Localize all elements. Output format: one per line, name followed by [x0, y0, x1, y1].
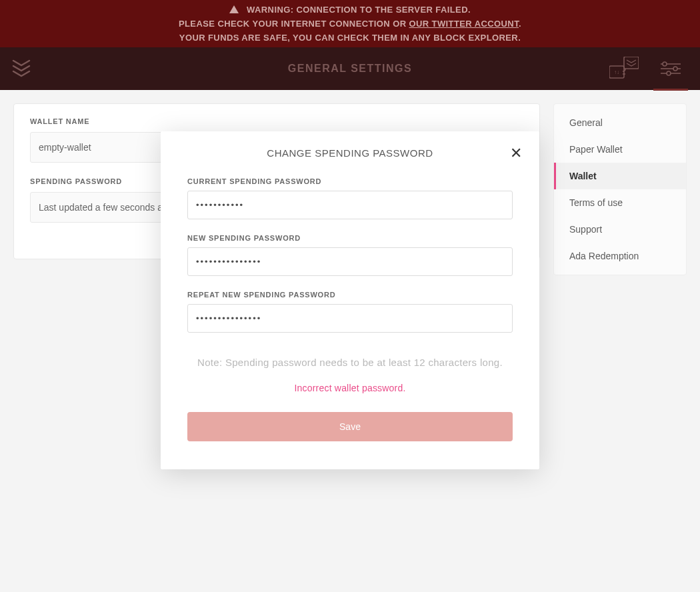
save-button[interactable]: Save — [187, 412, 513, 441]
repeat-password-label: REPEAT NEW SPENDING PASSWORD — [187, 291, 513, 299]
modal-backdrop: ✕ CHANGE SPENDING PASSWORD CURRENT SPEND… — [0, 0, 700, 592]
repeat-password-input[interactable] — [187, 304, 513, 333]
close-icon[interactable]: ✕ — [510, 146, 522, 161]
error-message: Incorrect wallet password. — [187, 383, 513, 393]
modal-title: CHANGE SPENDING PASSWORD — [187, 147, 513, 159]
new-password-input[interactable] — [187, 247, 513, 276]
new-password-label: NEW SPENDING PASSWORD — [187, 234, 513, 242]
current-password-input[interactable] — [187, 191, 513, 219]
password-note: Note: Spending password needs to be at l… — [187, 357, 513, 368]
current-password-label: CURRENT SPENDING PASSWORD — [187, 177, 513, 185]
change-spending-password-modal: ✕ CHANGE SPENDING PASSWORD CURRENT SPEND… — [161, 131, 539, 469]
